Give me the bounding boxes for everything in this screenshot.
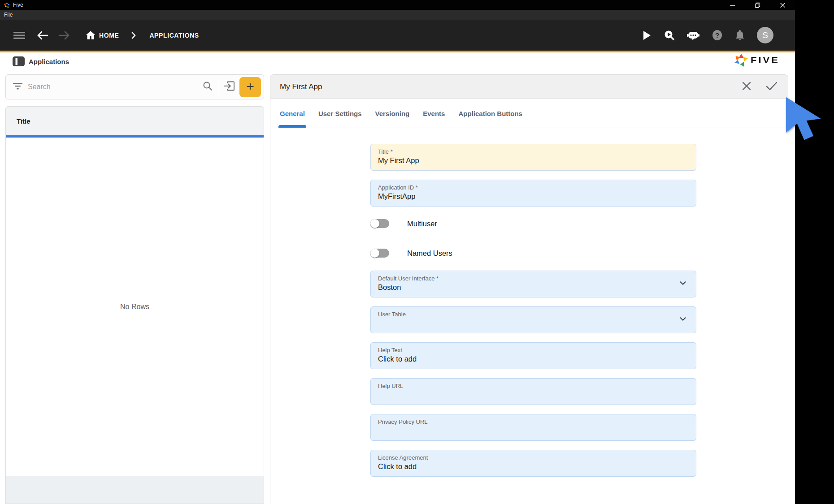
add-record-button[interactable]: + (239, 77, 261, 97)
field-value: MyFirstApp (378, 192, 689, 201)
tab-application-buttons[interactable]: Application Buttons (452, 99, 529, 128)
forward-arrow-icon[interactable] (58, 31, 70, 40)
help-text-field[interactable]: Help Text Click to add (370, 342, 696, 369)
applications-list: Title No Rows (5, 106, 264, 504)
filter-icon[interactable] (13, 83, 22, 91)
toggle-label: Named Users (407, 249, 452, 258)
page-title: Applications (29, 58, 69, 65)
brand-logo: FIVE (734, 53, 780, 68)
toggle-label: Multiuser (407, 220, 437, 228)
hamburger-menu-icon[interactable] (13, 31, 25, 40)
multiuser-toggle-row: Multiuser (370, 219, 696, 228)
field-value: Click to add (378, 462, 689, 471)
record-form-card: My First App General User Settings Versi… (270, 74, 788, 504)
import-export-icon[interactable] (224, 81, 235, 93)
toggle-knob (370, 219, 379, 228)
maximize-button[interactable] (745, 0, 770, 10)
minimize-button[interactable] (720, 0, 745, 10)
form-fields: Title * My First App Application ID * My… (370, 144, 696, 477)
list-footer (6, 476, 264, 504)
debug-icon[interactable] (663, 30, 675, 41)
field-label: Application ID * (378, 184, 689, 191)
titlebar: Five (0, 0, 795, 10)
named-users-toggle[interactable] (370, 249, 389, 258)
five-logo-icon (4, 2, 10, 9)
form-header: My First App (270, 75, 788, 99)
column-header-title[interactable]: Title (17, 117, 30, 125)
form-title: My First App (280, 82, 322, 91)
default-user-interface-select[interactable]: Default User Interface * Boston (370, 271, 696, 297)
plus-icon: + (246, 79, 254, 94)
title-field[interactable]: Title * My First App (370, 144, 696, 171)
breadcrumb-chevron-icon (131, 32, 136, 39)
application-id-field[interactable]: Application ID * MyFirstApp (370, 180, 696, 207)
tab-events[interactable]: Events (416, 99, 452, 128)
back-arrow-icon[interactable] (37, 31, 48, 40)
form-tabs: General User Settings Versioning Events … (270, 99, 788, 128)
search-input[interactable] (28, 83, 203, 91)
multiuser-toggle[interactable] (370, 219, 389, 228)
field-value: My First App (378, 156, 689, 165)
run-play-icon[interactable] (642, 30, 651, 40)
app-window: Five File (0, 0, 795, 504)
sidebar-layout-icon (13, 56, 25, 66)
mouse-cursor (781, 95, 824, 144)
save-check-icon[interactable] (766, 81, 778, 93)
named-users-toggle-row: Named Users (370, 248, 696, 258)
tab-versioning[interactable]: Versioning (369, 99, 417, 128)
notifications-bell-icon[interactable] (735, 30, 745, 41)
field-value: Click to add (378, 355, 689, 363)
navbar: HOME APPLICATIONS ? S (0, 20, 795, 51)
bot-assistant-icon[interactable] (687, 30, 699, 41)
toggle-knob (370, 249, 379, 258)
avatar-initial: S (762, 30, 768, 40)
active-tab-underline (278, 125, 306, 128)
field-label: Default User Interface * (378, 275, 689, 282)
tab-user-settings[interactable]: User Settings (312, 99, 369, 128)
field-label: Help URL (378, 383, 689, 389)
toolbar-divider (219, 78, 219, 95)
license-agreement-field[interactable]: License Agreement Click to add (370, 450, 696, 477)
brand-logo-text: FIVE (751, 55, 780, 66)
field-label: License Agreement (378, 454, 689, 461)
menubar: File (0, 10, 795, 20)
user-table-select[interactable]: User Table (370, 306, 696, 333)
tab-general[interactable]: General (273, 99, 312, 128)
five-pinwheel-icon (734, 53, 748, 68)
field-label: Privacy Policy URL (378, 418, 689, 425)
list-body: No Rows (6, 138, 264, 476)
empty-state-text: No Rows (120, 303, 149, 311)
field-value: Boston (378, 283, 689, 292)
list-header[interactable]: Title (6, 107, 264, 135)
chevron-down-icon (678, 278, 688, 290)
menu-file[interactable]: File (0, 12, 17, 18)
svg-text:?: ? (715, 31, 719, 39)
account-avatar[interactable]: S (757, 27, 773, 43)
content-area: Applications FIVE (0, 52, 795, 504)
privacy-policy-url-field[interactable]: Privacy Policy URL (370, 414, 696, 441)
cancel-icon[interactable] (741, 81, 752, 93)
home-icon[interactable] (86, 31, 95, 39)
field-label: User Table (378, 311, 689, 318)
chevron-down-icon (678, 314, 688, 326)
page-header: Applications (13, 56, 69, 66)
help-icon[interactable]: ? (712, 30, 723, 41)
breadcrumb-home[interactable]: HOME (99, 32, 119, 39)
close-button[interactable] (770, 0, 795, 10)
breadcrumb-applications: APPLICATIONS (149, 32, 199, 39)
search-toolbar: + (5, 74, 264, 99)
search-icon[interactable] (203, 81, 213, 93)
window-title: Five (13, 2, 23, 8)
field-label: Title * (378, 148, 689, 155)
field-label: Help Text (378, 347, 689, 353)
help-url-field[interactable]: Help URL (370, 378, 696, 405)
